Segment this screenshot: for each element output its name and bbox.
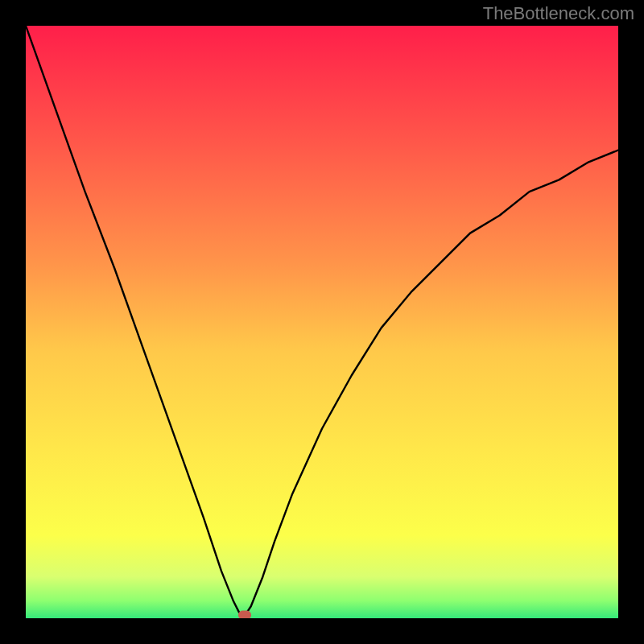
plot-area — [26, 26, 618, 618]
gradient-background — [26, 26, 618, 618]
watermark: TheBottleneck.com — [483, 3, 634, 24]
data-marker — [238, 611, 251, 618]
chart-container: TheBottleneck.com — [0, 0, 644, 644]
